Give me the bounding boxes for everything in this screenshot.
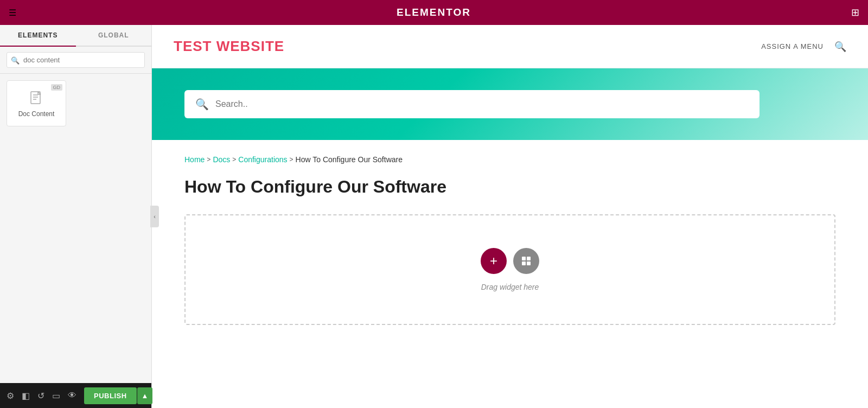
history-icon[interactable]: ↺ [37,391,44,401]
svg-rect-6 [522,262,526,265]
drag-label: Drag widget here [481,283,539,291]
site-header: TEST WEBSITE ASSIGN A MENU 🔍 [152,25,868,68]
site-title: TEST WEBSITE [174,38,284,55]
svg-rect-5 [527,257,531,260]
settings-icon[interactable]: ⚙ [7,391,14,401]
breadcrumb-docs[interactable]: Docs [213,155,230,164]
breadcrumb-configurations[interactable]: Configurations [238,155,287,164]
breadcrumb-home[interactable]: Home [184,155,205,164]
content-area: TEST WEBSITE ASSIGN A MENU 🔍 🔍 Home > Do… [152,25,868,408]
sidebar-search-wrap: 🔍 [7,52,145,68]
elementor-logo: elementor [397,7,471,18]
hero-search-input[interactable] [215,99,749,109]
widget-area: GD Doc Content [0,74,151,133]
widget-badge: GD [51,84,63,91]
hamburger-icon[interactable]: ☰ [9,8,16,18]
main-layout: ELEMENTS GLOBAL 🔍 GD [0,25,868,408]
breadcrumb-sep-2: > [232,156,236,163]
breadcrumb-current: How To Configure Our Software [296,155,403,164]
site-nav: ASSIGN A MENU 🔍 [761,41,846,53]
responsive-icon[interactable]: ▭ [52,391,60,401]
hero-section: 🔍 [152,68,868,140]
search-input[interactable] [7,52,145,68]
top-bar: ☰ elementor ⊞ [0,0,868,25]
collapse-handle[interactable]: ‹ [150,206,159,227]
tab-elements[interactable]: ELEMENTS [0,25,76,47]
layout-button[interactable] [513,248,539,274]
chevron-left-icon: ‹ [154,213,156,220]
sidebar-tabs: ELEMENTS GLOBAL [0,25,151,47]
search-bar: 🔍 [184,90,760,118]
hero-search-icon: 🔍 [195,98,209,111]
sidebar-search-icon: 🔍 [11,56,20,64]
svg-rect-4 [522,257,526,260]
breadcrumb-sep-1: > [207,156,210,163]
tab-global[interactable]: GLOBAL [76,25,152,46]
publish-arrow-button[interactable]: ▲ [137,387,153,404]
sidebar-search: 🔍 [0,47,151,74]
publish-button[interactable]: PUBLISH [84,387,137,404]
breadcrumb: Home > Docs > Configurations > How To Co… [184,151,835,164]
widget-label: Doc Content [18,110,55,118]
nav-search-icon[interactable]: 🔍 [834,41,846,53]
sidebar: ELEMENTS GLOBAL 🔍 GD [0,25,152,408]
page-title: How To Configure Our Software [184,177,835,197]
publish-group: PUBLISH ▲ [84,387,152,404]
drop-zone-buttons: + [481,248,539,274]
eye-icon[interactable]: 👁 [68,391,76,400]
layers-icon[interactable]: ◧ [22,391,30,401]
drop-zone: + Drag widget here [184,214,835,325]
add-widget-button[interactable]: + [481,248,507,274]
assign-menu-link[interactable]: ASSIGN A MENU [761,42,824,50]
svg-rect-7 [527,262,531,265]
bottom-toolbar: ⚙ ◧ ↺ ▭ 👁 PUBLISH ▲ [0,383,151,408]
widget-doc-content[interactable]: GD Doc Content [7,80,66,126]
page-content: Home > Docs > Configurations > How To Co… [152,140,868,408]
svg-rect-0 [31,92,40,104]
breadcrumb-sep-3: > [290,156,293,163]
doc-content-icon [28,90,45,107]
grid-icon[interactable]: ⊞ [851,7,859,18]
